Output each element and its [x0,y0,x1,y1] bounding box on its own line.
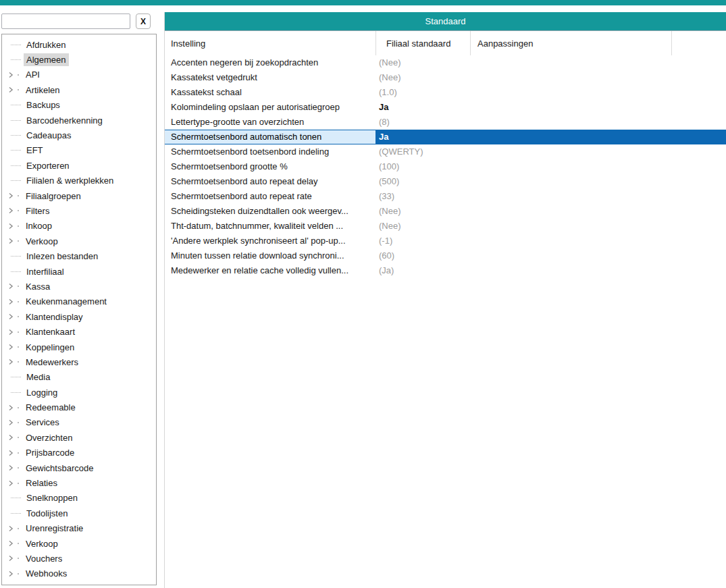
setting-row[interactable]: Schermtoetsenbord auto repeat rate(33) [165,189,726,204]
chevron-right-icon[interactable] [7,434,14,441]
tree-item[interactable]: Klantendisplay [2,309,156,324]
setting-value-cell[interactable]: (Ja) [375,263,470,278]
tree-item[interactable]: Snelknoppen [2,491,156,506]
setting-aanpassingen-cell[interactable] [470,70,671,85]
setting-row[interactable]: Tht-datum, batchnummer, kwaliteit velden… [165,219,726,234]
tree-item[interactable]: Urenregistratie [2,521,156,536]
chevron-right-icon[interactable] [7,404,14,411]
setting-aanpassingen-cell[interactable] [470,85,671,100]
tree-item[interactable]: Interfiliaal [2,264,156,279]
chevron-right-icon[interactable] [7,329,14,336]
tree-item[interactable]: Filiaalgroepen [2,188,156,203]
setting-row[interactable]: Schermtoetsenbord auto repeat delay(500) [165,174,726,189]
tree-item[interactable]: Gewichtsbarcode [2,460,156,475]
column-header-aanpassingen[interactable]: Aanpassingen [470,31,671,55]
setting-name-cell[interactable]: Accenten negeren bij zoekopdrachten [165,55,375,70]
tree-item[interactable]: Keukenmanagement [2,294,156,309]
tree-search-input[interactable] [1,14,130,29]
setting-row[interactable]: Schermtoetsenbord grootte %(100) [165,159,726,174]
chevron-right-icon[interactable] [7,283,14,290]
tree-item[interactable]: Koppelingen [2,340,156,354]
chevron-right-icon[interactable] [7,313,14,320]
setting-name-cell[interactable]: Minuten tussen relatie download synchron… [165,248,375,263]
clear-search-button[interactable]: X [136,14,151,29]
chevron-right-icon[interactable] [7,192,14,199]
tree-item[interactable]: Barcodeherkenning [2,113,156,128]
setting-name-cell[interactable]: Lettertype-grootte van overzichten [165,115,375,130]
setting-value-cell[interactable]: (33) [375,189,470,204]
setting-name-cell[interactable]: Schermtoetsenbord grootte % [165,159,375,174]
setting-row[interactable]: Lettertype-grootte van overzichten(8) [165,115,726,130]
tree-item[interactable]: Relaties [2,475,156,490]
chevron-right-icon[interactable] [7,344,14,350]
column-header-filiaal-standaard[interactable]: Filiaal standaard [375,31,470,55]
setting-value-cell[interactable]: (1.0) [375,85,470,100]
tree-item[interactable]: Artikelen [2,82,156,97]
chevron-right-icon[interactable] [7,555,14,562]
setting-row[interactable]: Kolomindeling opslaan per autorisatiegro… [165,100,726,115]
tree-item[interactable]: Backups [2,98,156,113]
chevron-right-icon[interactable] [7,450,14,456]
setting-name-cell[interactable]: Kolomindeling opslaan per autorisatiegro… [165,100,375,115]
setting-value-cell[interactable]: (Nee) [375,204,470,219]
setting-row[interactable]: Medewerker en relatie cache volledig vul… [165,263,726,278]
tree-item[interactable]: Inlezen bestanden [2,248,156,263]
setting-aanpassingen-cell[interactable] [470,204,671,219]
setting-value-cell[interactable]: Ja [375,100,470,115]
setting-row[interactable]: Minuten tussen relatie download synchron… [165,248,726,263]
setting-value-cell[interactable]: (8) [375,115,470,130]
setting-value-cell[interactable]: (100) [375,159,470,174]
tree-item[interactable]: Exporteren [2,158,156,173]
tree-item[interactable]: Filialen & werkplekken [2,173,156,188]
chevron-right-icon[interactable] [7,86,14,93]
setting-name-cell[interactable]: Tht-datum, batchnummer, kwaliteit velden… [165,219,375,234]
setting-value-cell[interactable]: (-1) [375,234,470,248]
chevron-right-icon[interactable] [7,358,14,365]
tree-item[interactable]: Kassa [2,279,156,294]
chevron-right-icon[interactable] [7,570,14,577]
setting-aanpassingen-cell[interactable] [470,248,671,263]
setting-aanpassingen-cell[interactable] [470,115,671,130]
setting-aanpassingen-cell[interactable] [470,189,671,204]
chevron-right-icon[interactable] [7,72,14,78]
tree-item[interactable]: Redeemable [2,400,156,415]
setting-value-cell[interactable]: Ja [375,130,470,144]
tree-item[interactable]: Verkoop [2,536,156,551]
setting-aanpassingen-cell[interactable] [470,159,671,174]
tree-item[interactable]: Inkoop [2,219,156,234]
chevron-right-icon[interactable] [7,238,14,244]
setting-name-cell[interactable]: Kassatekst schaal [165,85,375,100]
setting-name-cell[interactable]: Medewerker en relatie cache volledig vul… [165,263,375,278]
chevron-right-icon[interactable] [7,540,14,547]
setting-name-cell[interactable]: Schermtoetsenbord toetsenbord indeling [165,144,375,159]
setting-name-cell[interactable]: Scheidingsteken duizendtallen ook weerge… [165,204,375,219]
setting-aanpassingen-cell[interactable] [470,234,671,248]
setting-value-cell[interactable]: (500) [375,174,470,189]
setting-row[interactable]: Kassatekst vetgedrukt(Nee) [165,70,726,85]
setting-value-cell[interactable]: (Nee) [375,70,470,85]
chevron-right-icon[interactable] [7,298,14,305]
setting-value-cell[interactable]: (60) [375,248,470,263]
tree-item[interactable]: Verkoop [2,234,156,248]
setting-name-cell[interactable]: Schermtoetsenbord automatisch tonen [165,130,375,144]
chevron-right-icon[interactable] [7,464,14,471]
tree-item[interactable]: Cadeaupas [2,128,156,142]
chevron-right-icon[interactable] [7,419,14,426]
tree-item[interactable]: EFT [2,143,156,158]
setting-aanpassingen-cell[interactable] [470,130,671,144]
chevron-right-icon[interactable] [7,207,14,214]
setting-name-cell[interactable]: Kassatekst vetgedrukt [165,70,375,85]
setting-aanpassingen-cell[interactable] [470,219,671,234]
setting-row[interactable]: Schermtoetsenbord toetsenbord indeling(Q… [165,144,726,159]
tree-item[interactable]: Media [2,370,156,385]
setting-aanpassingen-cell[interactable] [470,174,671,189]
setting-aanpassingen-cell[interactable] [470,55,671,70]
tree-item[interactable]: Filters [2,203,156,218]
tree-item[interactable]: Todolijsten [2,506,156,520]
tree-item[interactable]: API [2,68,156,82]
setting-name-cell[interactable]: Schermtoetsenbord auto repeat rate [165,189,375,204]
chevron-right-icon[interactable] [7,480,14,487]
setting-row[interactable]: Accenten negeren bij zoekopdrachten(Nee) [165,55,726,70]
column-header-instelling[interactable]: Instelling [165,31,375,55]
chevron-right-icon[interactable] [7,223,14,230]
